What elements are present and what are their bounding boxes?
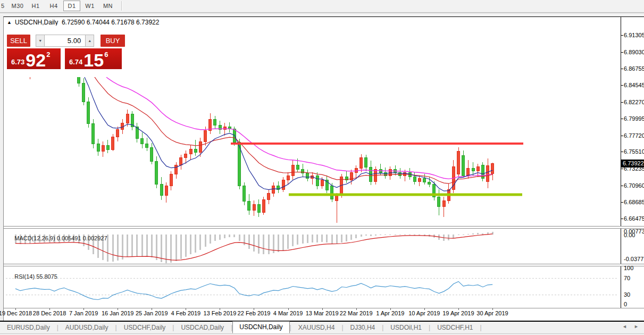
sell-button[interactable]: SELL <box>7 35 30 47</box>
date-axis-tick <box>152 308 152 310</box>
price-axis-label: 6.89030 <box>624 49 644 55</box>
tab-USDCHF-H1[interactable]: USDCHF,H1 <box>430 322 480 333</box>
rsi-axis-100-label: 100 <box>624 265 633 271</box>
price-axis-label: 6.77720 <box>624 132 644 139</box>
price-axis-tick <box>621 186 623 186</box>
price-axis-tick <box>621 52 623 53</box>
rsi-panel-divider[interactable] <box>4 264 644 266</box>
date-label: 16 Jan 2019 <box>102 310 134 316</box>
buy-button[interactable]: BUY <box>101 35 125 47</box>
chart-window: ▲ USDCNH,Daily 6.72590 6.74044 6.71678 6… <box>3 16 644 322</box>
tab-separator: | <box>480 324 482 331</box>
price-axis-label: 6.66475 <box>624 215 644 222</box>
buy-price-box[interactable]: 6.74 15 6 <box>65 48 122 69</box>
date-label: 13 Feb 2019 <box>204 310 237 316</box>
price-axis-tick <box>621 169 623 169</box>
rsi-axis-0-label: 0 <box>624 301 627 307</box>
tab-EURUSD-Daily[interactable]: EURUSD,Daily <box>0 322 57 333</box>
price-axis-tick <box>621 69 623 69</box>
chart-symbol-period: USDCNH,Daily <box>15 19 58 26</box>
macd-indicator-label: MACD(12,26,9) 0.005491 0.002927 <box>8 229 107 248</box>
date-axis-tick <box>220 308 220 310</box>
tab-AUDUSD-Daily[interactable]: AUDUSD,Daily <box>58 322 115 333</box>
price-axis-tick <box>621 119 623 119</box>
date-label: 22 Mar 2019 <box>340 310 373 316</box>
date-label: 30 Apr 2019 <box>476 310 508 316</box>
date-label: 19 Apr 2019 <box>442 310 474 316</box>
date-label: 28 Dec 2018 <box>33 310 66 316</box>
price-axis-tick <box>621 85 623 86</box>
date-axis-tick <box>424 308 425 310</box>
date-axis-tick <box>49 308 50 310</box>
date-axis-tick <box>322 308 323 310</box>
tab-scroll-right-icon[interactable]: ► <box>634 324 639 329</box>
sell-price-small: 6.73 <box>11 58 24 66</box>
rsi-line <box>15 281 492 299</box>
date-label: 1 Apr 2019 <box>376 310 404 316</box>
rsi-axis-70-label: 70 <box>624 275 630 281</box>
volume-stepper: ▼ 5.00 ▲ <box>36 35 94 47</box>
price-axis-tick <box>621 35 623 36</box>
chart-tab-bar: EURUSD,Daily|AUDUSD,Daily|USDCHF,Daily|U… <box>0 321 644 333</box>
macd-axis-mid-label: 0.00 <box>624 232 635 238</box>
sell-price-big: 92 <box>26 52 46 68</box>
tab-USDCNH-Daily[interactable]: USDCNH,Daily <box>232 321 289 333</box>
price-axis-label: 6.68685 <box>624 199 644 205</box>
tab-XAUUSD-H4[interactable]: XAUUSD,H4 <box>291 322 342 333</box>
date-label: 7 Jan 2019 <box>69 310 98 316</box>
date-axis-tick <box>83 308 84 310</box>
price-axis-tick <box>621 136 623 136</box>
price-axis-tick <box>621 152 623 152</box>
date-axis-tick <box>288 308 289 310</box>
current-price-tag: 6.73922 <box>621 160 644 168</box>
price-axis-label: 6.75510 <box>624 148 644 155</box>
buy-price-big: 15 <box>83 52 104 68</box>
volume-input[interactable]: 5.00 <box>45 35 85 47</box>
timeframe-button-D1[interactable]: D1 <box>63 1 80 11</box>
timeframe-button-5[interactable]: 5 <box>1 1 8 11</box>
price-axis-label: 6.79995 <box>624 115 644 122</box>
timeframe-button-H1[interactable]: H1 <box>27 1 44 11</box>
sell-price-box[interactable]: 6.73 92 2 <box>7 48 61 69</box>
chart-ohlc-values: 6.72590 6.74044 6.71678 6.73922 <box>62 19 160 26</box>
date-label: 19 Dec 2018 <box>0 310 32 316</box>
tab-DJ30-H4[interactable]: DJ30,H4 <box>344 322 382 333</box>
price-axis-label: 6.91305 <box>624 32 644 38</box>
date-label: 25 Jan 2019 <box>136 310 168 316</box>
date-label: 13 Mar 2019 <box>306 310 339 316</box>
price-axis-tick <box>621 102 623 103</box>
chart-title: ▲ USDCNH,Daily 6.72590 6.74044 6.71678 6… <box>7 19 159 26</box>
date-axis-tick <box>186 308 186 310</box>
price-axis-tick <box>621 202 623 203</box>
toolbar-divider <box>121 1 122 11</box>
rsi-axis-30-label: 30 <box>624 291 630 298</box>
tab-USDCAD-Daily[interactable]: USDCAD,Daily <box>174 322 231 333</box>
date-axis-tick <box>118 308 118 310</box>
volume-decrease-icon[interactable]: ▼ <box>36 35 45 47</box>
date-axis-tick <box>390 308 391 310</box>
collapse-panel-icon[interactable]: ▲ <box>7 20 12 25</box>
date-axis-tick <box>458 308 459 310</box>
price-axis-tick <box>621 219 623 219</box>
timeframe-button-H4[interactable]: H4 <box>45 1 62 11</box>
tab-USDCHF-Daily[interactable]: USDCHF,Daily <box>117 322 173 333</box>
timeframe-button-MN[interactable]: MN <box>99 1 116 11</box>
date-axis-tick <box>492 308 493 310</box>
macd-axis-bottom-label: -0.037714 <box>624 256 644 262</box>
rsi-indicator-label: RSI(14) 55.8075 <box>8 267 57 286</box>
date-axis-tick <box>254 308 254 310</box>
date-label: 22 Feb 2019 <box>238 310 271 316</box>
timeframe-button-M30[interactable]: M30 <box>9 1 26 11</box>
buy-price-small: 6.74 <box>69 58 82 66</box>
sell-price-sup: 2 <box>46 51 50 58</box>
price-axis-label: 6.70960 <box>624 182 644 189</box>
tab-scroll-left-icon[interactable]: ◄ <box>622 324 627 329</box>
volume-increase-icon[interactable]: ▲ <box>85 35 94 47</box>
tab-USDOil-H1[interactable]: USDOil,H1 <box>383 322 429 333</box>
price-axis-label: 6.86755 <box>624 65 644 72</box>
date-label: 10 Apr 2019 <box>408 310 440 316</box>
rsi-bottom-border <box>4 308 644 308</box>
price-axis-label: 6.84545 <box>624 82 644 88</box>
timeframe-button-W1[interactable]: W1 <box>81 1 98 11</box>
date-label: 4 Feb 2019 <box>171 310 201 316</box>
